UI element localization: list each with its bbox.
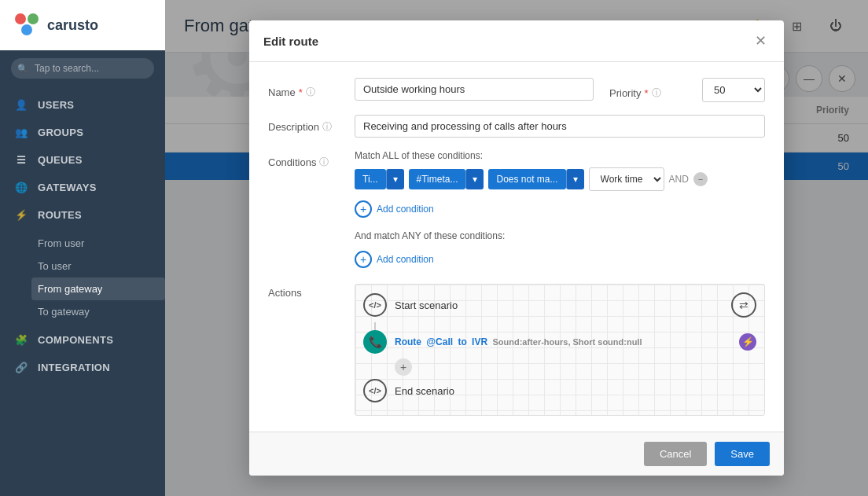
condition-type-arrow[interactable]: ▾ bbox=[386, 169, 404, 189]
and-label: AND bbox=[669, 174, 689, 185]
condition-field-dropdown: #Timeta... ▾ bbox=[409, 169, 484, 189]
sidebar-item-groups[interactable]: 👥 GROUPS bbox=[0, 119, 165, 146]
cancel-button[interactable]: Cancel bbox=[644, 442, 707, 466]
sidebar-item-routes[interactable]: ⚡ ROUTES bbox=[0, 201, 165, 229]
name-required: * bbox=[299, 86, 303, 98]
gateways-icon: 🌐 bbox=[13, 182, 30, 193]
components-icon: 🧩 bbox=[13, 334, 30, 346]
condition-operator-arrow[interactable]: ▾ bbox=[566, 169, 584, 189]
priority-label: Priority * ⓘ bbox=[609, 81, 696, 100]
remove-condition-button[interactable]: − bbox=[693, 172, 708, 186]
search-input[interactable] bbox=[11, 58, 154, 79]
modal-header: Edit route ✕ bbox=[249, 20, 784, 62]
match-any-label: And match ANY of these conditions: bbox=[355, 230, 765, 241]
add-condition-2-button[interactable]: + Add condition bbox=[355, 248, 434, 271]
logo-icon bbox=[13, 11, 41, 39]
plus-circle-icon-2: + bbox=[355, 251, 372, 268]
priority-field-group: Priority * ⓘ 50 10 20 30 40 60 bbox=[609, 78, 765, 102]
svg-point-1 bbox=[28, 13, 39, 24]
end-scenario-item: </> End scenario bbox=[363, 379, 756, 402]
description-label: Description ⓘ bbox=[268, 115, 355, 134]
sidebar-item-users-label: USERS bbox=[38, 99, 74, 111]
name-info-icon: ⓘ bbox=[306, 86, 315, 99]
description-input[interactable] bbox=[355, 115, 765, 138]
start-scenario-text: Start scenario bbox=[395, 299, 458, 311]
add-step-area: + bbox=[363, 358, 756, 376]
name-priority-row: Name * ⓘ Priority * ⓘ bbox=[268, 78, 765, 102]
main-content: ⚙ From gateway ⚙ 🔔 ⊞ ⏻ selected 1 ✏ — ✕ … bbox=[165, 0, 868, 496]
conditions-label: Conditions ⓘ bbox=[268, 150, 355, 169]
priority-info-icon: ⓘ bbox=[652, 86, 661, 100]
sidebar-sub-from-user[interactable]: From user bbox=[38, 232, 165, 255]
swap-icon[interactable]: ⇄ bbox=[731, 292, 756, 318]
sidebar-item-gateways[interactable]: 🌐 GATEWAYS bbox=[0, 174, 165, 201]
sound-info: Sound:after-hours, Short sound:null bbox=[492, 337, 642, 347]
sidebar-item-users[interactable]: 👤 USERS bbox=[0, 91, 165, 119]
users-icon: 👤 bbox=[13, 99, 30, 111]
conditions-area: Match ALL of these conditions: Ti... ▾ #… bbox=[355, 150, 765, 271]
plus-circle-icon: + bbox=[355, 200, 372, 218]
add-condition-1-label: Add condition bbox=[377, 204, 434, 215]
start-scenario-item: </> Start scenario ⇄ bbox=[363, 292, 756, 318]
condition-type-dropdown: Ti... ▾ bbox=[355, 169, 404, 189]
svg-point-2 bbox=[21, 24, 32, 35]
conditions-info-icon: ⓘ bbox=[319, 156, 329, 169]
sidebar-sub-to-gateway[interactable]: To gateway bbox=[38, 300, 165, 323]
sidebar: carusto 👤 USERS 👥 GROUPS ☰ QUEUES 🌐 GATE bbox=[0, 0, 165, 496]
condition-row-1: Ti... ▾ #Timeta... ▾ Does not ma... ▾ bbox=[355, 167, 765, 191]
to-label: to bbox=[458, 336, 466, 347]
sidebar-item-groups-label: GROUPS bbox=[38, 127, 83, 138]
add-step-button[interactable]: + bbox=[395, 358, 412, 376]
connector-area bbox=[363, 322, 756, 330]
name-field-group: Name * ⓘ bbox=[268, 78, 594, 101]
end-scenario-text: End scenario bbox=[395, 385, 454, 397]
connector-line bbox=[374, 322, 376, 330]
groups-icon: 👥 bbox=[13, 127, 30, 138]
modal-close-button[interactable]: ✕ bbox=[751, 31, 770, 50]
priority-required: * bbox=[644, 87, 648, 99]
conditions-row: Conditions ⓘ Match ALL of these conditio… bbox=[268, 150, 765, 271]
condition-value-select[interactable]: Work time bbox=[589, 167, 664, 191]
route-target: IVR bbox=[472, 336, 487, 347]
condition-field-arrow[interactable]: ▾ bbox=[465, 169, 484, 189]
sidebar-item-queues[interactable]: ☰ QUEUES bbox=[0, 146, 165, 174]
actions-flow: </> Start scenario ⇄ 📞 bbox=[355, 284, 765, 416]
condition-operator-dropdown: Does not ma... ▾ bbox=[488, 169, 583, 189]
sidebar-item-routes-label: ROUTES bbox=[38, 209, 82, 221]
queues-icon: ☰ bbox=[13, 154, 30, 166]
sidebar-item-integration-label: INTEGRATION bbox=[38, 362, 110, 373]
sidebar-item-components[interactable]: 🧩 COMPONENTS bbox=[0, 326, 165, 354]
condition-type-btn[interactable]: Ti... bbox=[355, 169, 386, 189]
route-action-text: Route @Call to IVR Sound:after-hours, Sh… bbox=[395, 336, 642, 347]
name-input[interactable] bbox=[355, 78, 594, 101]
modal-footer: Cancel Save bbox=[249, 432, 784, 476]
name-label: Name * ⓘ bbox=[268, 80, 355, 99]
priority-select[interactable]: 50 10 20 30 40 60 bbox=[702, 78, 765, 102]
routes-submenu: From user To user From gateway To gatewa… bbox=[0, 229, 165, 326]
search-area bbox=[0, 50, 165, 86]
sidebar-sub-to-user[interactable]: To user bbox=[38, 255, 165, 277]
end-scenario-icon: </> bbox=[363, 379, 387, 402]
svg-point-0 bbox=[15, 13, 26, 24]
route-action-icon: 📞 bbox=[363, 330, 387, 354]
call-ref: @Call bbox=[426, 336, 453, 347]
actions-label: Actions bbox=[268, 284, 355, 299]
add-condition-1-button[interactable]: + Add condition bbox=[355, 197, 434, 221]
sidebar-item-components-label: COMPONENTS bbox=[38, 334, 113, 346]
integration-icon: 🔗 bbox=[13, 362, 30, 373]
actions-section: Actions </> Start scenario ⇄ bbox=[268, 284, 765, 416]
save-button[interactable]: Save bbox=[715, 442, 770, 466]
nav-section: 👤 USERS 👥 GROUPS ☰ QUEUES 🌐 GATEWAYS ⚡ R… bbox=[0, 86, 165, 386]
condition-operator-btn[interactable]: Does not ma... bbox=[488, 169, 565, 189]
route-action-item: 📞 Route @Call to IVR Sound:after-hours, … bbox=[363, 330, 756, 354]
condition-field-btn[interactable]: #Timeta... bbox=[409, 169, 466, 189]
description-info-icon: ⓘ bbox=[322, 120, 332, 134]
sidebar-sub-from-gateway[interactable]: From gateway bbox=[31, 277, 165, 300]
description-row: Description ⓘ bbox=[268, 115, 765, 138]
sidebar-item-integration[interactable]: 🔗 INTEGRATION bbox=[0, 354, 165, 381]
edit-route-modal: Edit route ✕ Name * ⓘ bbox=[249, 20, 784, 476]
logo-area: carusto bbox=[0, 0, 165, 50]
route-label: Route bbox=[395, 336, 421, 347]
lightning-icon[interactable]: ⚡ bbox=[739, 333, 756, 351]
sidebar-item-queues-label: QUEUES bbox=[38, 154, 83, 166]
